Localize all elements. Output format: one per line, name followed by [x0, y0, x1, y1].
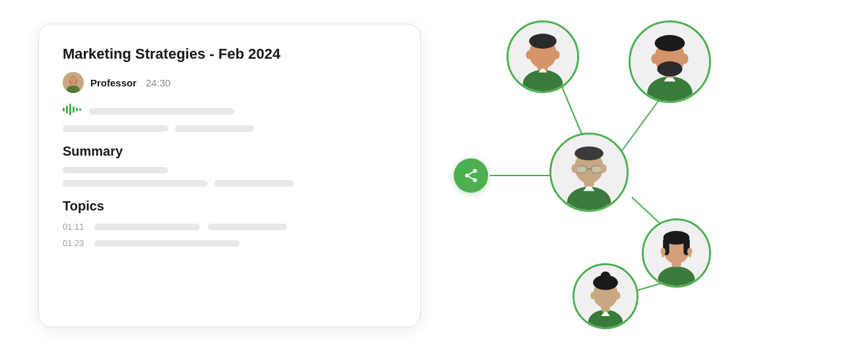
summary-bar-3 [214, 180, 294, 187]
content-card: Marketing Strategies - Feb 2024 Professo… [38, 24, 421, 327]
topic-1-bar-1 [94, 224, 200, 230]
card-title: Marketing Strategies - Feb 2024 [63, 46, 396, 63]
svg-point-27 [526, 51, 532, 59]
avatar-center [549, 133, 629, 212]
svg-point-43 [574, 146, 604, 160]
summary-skeleton-1 [63, 167, 396, 174]
svg-point-35 [657, 61, 682, 77]
duration-label: 24:30 [146, 77, 171, 88]
skeleton-bar-2 [175, 125, 254, 132]
svg-point-36 [651, 54, 658, 64]
professor-avatar-small [63, 72, 84, 93]
main-container: Marketing Strategies - Feb 2024 Professo… [38, 14, 830, 337]
share-button[interactable] [454, 158, 488, 193]
skeleton-row-1 [63, 125, 396, 132]
svg-point-71 [590, 292, 596, 299]
svg-point-3 [70, 77, 77, 84]
network-area [434, 14, 830, 337]
svg-point-37 [682, 54, 689, 64]
topic-2-bar-1 [94, 240, 239, 247]
svg-point-70 [600, 271, 610, 281]
svg-rect-6 [66, 106, 68, 113]
topics-title: Topics [63, 199, 396, 214]
waveform-icon [63, 104, 81, 119]
waveform-skeleton [89, 108, 234, 115]
svg-point-49 [571, 164, 578, 173]
svg-rect-8 [73, 106, 75, 113]
skeleton-bar-1 [63, 125, 168, 132]
svg-point-18 [473, 178, 477, 182]
svg-point-72 [615, 292, 621, 299]
summary-title: Summary [63, 144, 396, 159]
avatar-top-left [507, 20, 579, 93]
summary-skeleton-2 [63, 180, 396, 187]
svg-rect-9 [76, 108, 78, 112]
svg-point-26 [529, 34, 557, 49]
waveform-row [63, 104, 396, 119]
svg-point-16 [473, 169, 477, 173]
topic-1-time: 01:11 [63, 222, 86, 232]
topic-row-1: 01:11 [63, 222, 396, 232]
summary-bar-2 [63, 180, 208, 187]
topic-row-2: 01:23 [63, 238, 396, 248]
avatar-bottom-right [642, 218, 711, 288]
svg-line-19 [469, 177, 474, 179]
topic-2-time: 01:23 [63, 238, 86, 248]
avatar-top-right [629, 20, 711, 103]
svg-rect-47 [576, 166, 586, 173]
summary-bar-1 [63, 167, 168, 174]
professor-label: Professor [90, 77, 137, 88]
svg-rect-48 [592, 166, 602, 173]
svg-point-50 [600, 164, 607, 173]
svg-rect-10 [79, 108, 81, 111]
topic-1-bar-2 [208, 224, 287, 230]
svg-point-62 [660, 247, 666, 255]
svg-point-34 [655, 35, 685, 51]
svg-point-17 [465, 174, 469, 177]
meta-row: Professor 24:30 [63, 72, 396, 93]
svg-point-63 [687, 247, 693, 255]
svg-point-28 [553, 51, 559, 59]
svg-rect-5 [63, 108, 65, 112]
svg-line-20 [469, 172, 474, 175]
svg-rect-4 [70, 83, 77, 86]
avatar-bottom-center [573, 263, 638, 329]
svg-rect-7 [69, 104, 71, 115]
